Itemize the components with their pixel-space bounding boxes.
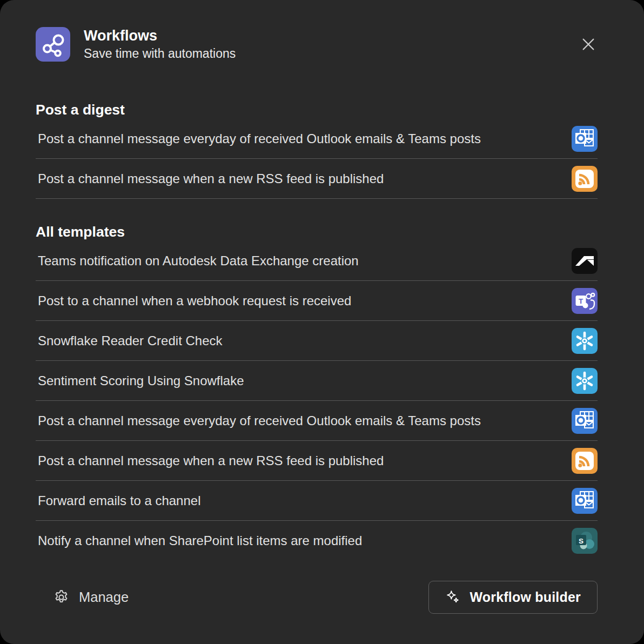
template-label: Post to a channel when a webhook request… [36,293,351,308]
template-row[interactable]: Post a channel message everyday of recei… [36,119,598,159]
snowflake-icon [572,328,598,354]
workflows-dialog: Workflows Save time with automations Pos… [0,0,644,644]
section-heading: All templates [36,223,598,241]
sections-container: Post a digest Post a channel message eve… [36,100,598,560]
outlook-icon [572,126,598,152]
template-list: Post a channel message everyday of recei… [36,119,598,199]
close-icon [580,36,596,52]
manage-button[interactable]: Manage [53,589,129,606]
teams-icon: T [572,288,598,314]
template-row[interactable]: Sentiment Scoring Using Snowflake [36,361,598,401]
template-row[interactable]: Forward emails to a channel [36,481,598,521]
dialog-subtitle: Save time with automations [84,45,236,62]
dialog-title: Workflows [84,27,236,44]
dialog-footer: Manage Workflow builder [36,581,598,614]
sharepoint-icon: S [572,528,598,554]
close-button[interactable] [579,35,598,53]
template-label: Notify a channel when SharePoint list it… [36,533,362,548]
workflows-icon [36,27,70,62]
template-label: Post a channel message when a new RSS fe… [36,171,384,186]
template-label: Sentiment Scoring Using Snowflake [36,373,244,388]
template-section: Post a digest Post a channel message eve… [36,100,598,199]
template-label: Post a channel message everyday of recei… [36,413,481,428]
template-row[interactable]: Post a channel message everyday of recei… [36,401,598,441]
workflow-builder-label: Workflow builder [469,589,581,605]
template-row[interactable]: Teams notification on Autodesk Data Exch… [36,241,598,281]
template-label: Post a channel message everyday of recei… [36,131,481,146]
template-list: Teams notification on Autodesk Data Exch… [36,241,598,560]
template-label: Forward emails to a channel [36,493,200,508]
autodesk-icon [572,248,598,274]
template-label: Teams notification on Autodesk Data Exch… [36,253,359,269]
template-row[interactable]: Post to a channel when a webhook request… [36,281,598,321]
rss-icon [572,448,598,474]
template-section: All templates Teams notification on Auto… [36,223,598,560]
snowflake-icon [572,368,598,394]
template-row[interactable]: Snowflake Reader Credit Check [36,321,598,361]
workflow-builder-button[interactable]: Workflow builder [428,581,598,614]
sparkle-icon [445,589,461,605]
dialog-header-text: Workflows Save time with automations [84,27,236,62]
section-heading: Post a digest [36,100,598,119]
template-label: Post a channel message when a new RSS fe… [36,453,384,468]
template-label: Snowflake Reader Credit Check [36,333,223,348]
svg-text:T: T [579,297,583,305]
svg-text:S: S [579,536,583,545]
gear-icon [53,589,70,606]
manage-label: Manage [79,589,129,605]
template-row[interactable]: Post a channel message when a new RSS fe… [36,159,598,199]
rss-icon [572,166,598,192]
template-row[interactable]: Notify a channel when SharePoint list it… [36,521,598,560]
outlook-icon [572,408,598,434]
outlook-icon [572,488,598,514]
template-row[interactable]: Post a channel message when a new RSS fe… [36,441,598,481]
dialog-header: Workflows Save time with automations [36,27,598,62]
